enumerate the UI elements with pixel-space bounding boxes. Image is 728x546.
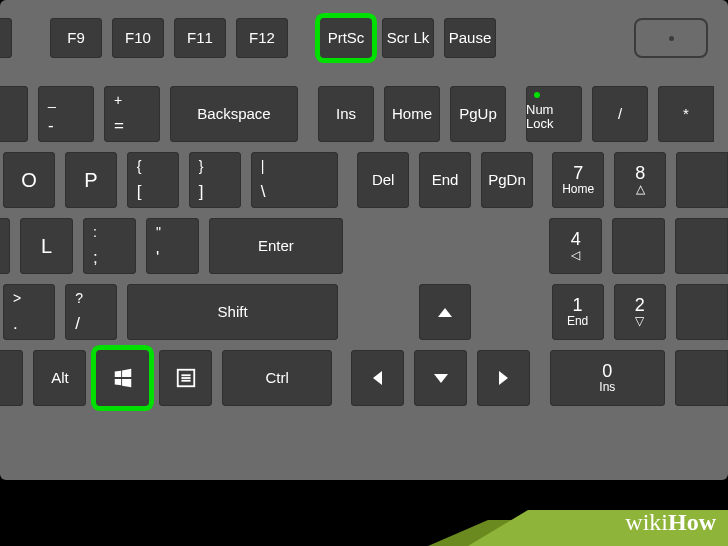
key-quote[interactable]: " ' [146, 218, 199, 274]
key-np4[interactable]: 4 ◁ [549, 218, 602, 274]
key-minus[interactable]: _ - [38, 86, 94, 142]
key-f9[interactable]: F9 [50, 18, 102, 58]
key-np-period-partial[interactable] [675, 350, 728, 406]
wiki-text: wiki [625, 509, 668, 535]
np4-main: 4 [571, 229, 581, 250]
key-semi-lower: ; [93, 248, 98, 268]
key-lbracket-lower: [ [137, 182, 142, 202]
key-np3-partial[interactable] [676, 284, 728, 340]
key-np2[interactable]: 2 ▽ [614, 284, 666, 340]
key-o[interactable]: O [3, 152, 55, 208]
key-semicolon[interactable]: : ; [83, 218, 136, 274]
shift-row: > . ? / Shift 1 End 2 ▽ [0, 284, 728, 340]
key-equals-upper: + [114, 92, 122, 108]
key-pause[interactable]: Pause [444, 18, 496, 58]
key-del[interactable]: Del [357, 152, 409, 208]
key-partial-k[interactable] [0, 218, 10, 274]
np4-sub: ◁ [571, 249, 580, 263]
key-lbracket[interactable]: { [ [127, 152, 179, 208]
key-period-upper: > [13, 290, 21, 306]
how-text: How [668, 509, 716, 535]
np8-main: 8 [635, 163, 645, 184]
key-np6-partial[interactable] [675, 218, 728, 274]
key-minus-upper: _ [48, 92, 56, 108]
key-pgdn[interactable]: PgDn [481, 152, 533, 208]
key-np1[interactable]: 1 End [552, 284, 604, 340]
key-0[interactable]: 0 [0, 86, 28, 142]
wikihow-logo: wikiHow [625, 509, 716, 536]
key-np-divide[interactable]: / [592, 86, 648, 142]
keyboard-frame: 8 F9 F10 F11 F12 PrtSc Scr Lk Pause 0 _ … [0, 0, 728, 480]
key-f12[interactable]: F12 [236, 18, 288, 58]
key-home[interactable]: Home [384, 86, 440, 142]
arrow-right-icon [499, 371, 508, 385]
numlock-led-icon [534, 92, 540, 98]
key-lbracket-upper: { [137, 158, 142, 174]
key-period[interactable]: > . [3, 284, 55, 340]
key-menu[interactable] [159, 350, 212, 406]
key-np8[interactable]: 8 △ [614, 152, 666, 208]
arrow-left-icon [373, 371, 382, 385]
key-backspace[interactable]: Backspace [170, 86, 298, 142]
key-backslash-lower: \ [261, 182, 266, 202]
np0-main: 0 [602, 361, 612, 382]
key-period-lower: . [13, 314, 18, 334]
key-shift[interactable]: Shift [127, 284, 337, 340]
qwerty-row: O P { [ } ] | \ Del End PgDn 7 Home 8 △ [0, 152, 728, 208]
key-equals-lower: = [114, 116, 124, 136]
key-np5[interactable] [612, 218, 665, 274]
key-ins[interactable]: Ins [318, 86, 374, 142]
np1-sub: End [567, 315, 588, 329]
bottom-row: Alt Ctrl 0 Ins [0, 350, 728, 406]
key-slash-upper: ? [75, 290, 83, 306]
np2-main: 2 [635, 295, 645, 316]
np2-sub: ▽ [635, 315, 644, 329]
numlock-label: Num Lock [526, 103, 582, 132]
key-partial-space[interactable] [0, 350, 23, 406]
key-backslash[interactable]: | \ [251, 152, 338, 208]
key-arrow-left[interactable] [351, 350, 404, 406]
key-np7[interactable]: 7 Home [552, 152, 604, 208]
key-np-multiply[interactable]: * [658, 86, 714, 142]
key-quote-lower: ' [156, 248, 159, 268]
key-end[interactable]: End [419, 152, 471, 208]
key-quote-upper: " [156, 224, 161, 240]
key-pgup[interactable]: PgUp [450, 86, 506, 142]
key-np0[interactable]: 0 Ins [550, 350, 665, 406]
power-button[interactable] [634, 18, 708, 58]
key-arrow-down[interactable] [414, 350, 467, 406]
key-minus-lower: - [48, 116, 54, 136]
number-row: 0 _ - + = Backspace Ins Home PgUp Num Lo… [0, 86, 728, 142]
key-arrow-up[interactable] [419, 284, 471, 340]
np0-sub: Ins [599, 381, 615, 395]
key-windows[interactable] [96, 350, 149, 406]
key-f11[interactable]: F11 [174, 18, 226, 58]
key-arrow-right[interactable] [477, 350, 530, 406]
key-equals[interactable]: + = [104, 86, 160, 142]
key-slash[interactable]: ? / [65, 284, 117, 340]
power-dot-icon [669, 36, 674, 41]
key-p[interactable]: P [65, 152, 117, 208]
key-l[interactable]: L [20, 218, 73, 274]
arrow-down-icon [434, 374, 448, 383]
key-enter[interactable]: Enter [209, 218, 343, 274]
key-prtsc[interactable]: PrtSc [320, 18, 372, 58]
np1-main: 1 [573, 295, 583, 316]
key-slash-lower: / [75, 314, 80, 334]
fn-row: 8 F9 F10 F11 F12 PrtSc Scr Lk Pause [0, 18, 728, 58]
key-f10[interactable]: F10 [112, 18, 164, 58]
key-np9-partial[interactable] [676, 152, 728, 208]
key-backslash-upper: | [261, 158, 265, 174]
menu-icon [175, 367, 197, 389]
key-scrlk[interactable]: Scr Lk [382, 18, 434, 58]
key-rbracket[interactable]: } ] [189, 152, 241, 208]
key-numlock[interactable]: Num Lock [526, 86, 582, 142]
key-ctrl[interactable]: Ctrl [222, 350, 332, 406]
key-alt[interactable]: Alt [33, 350, 86, 406]
key-rbracket-upper: } [199, 158, 204, 174]
np7-main: 7 [573, 163, 583, 184]
key-f8[interactable]: 8 [0, 18, 12, 58]
wikihow-banner: wikiHow [428, 480, 728, 546]
key-rbracket-lower: ] [199, 182, 204, 202]
windows-icon [112, 367, 134, 389]
